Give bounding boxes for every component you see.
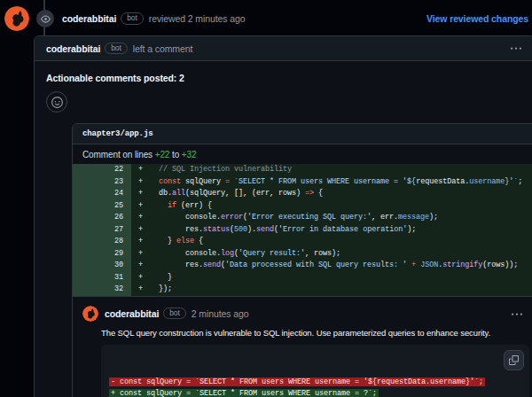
diff-row: 22+ // SQL Injection vulnerability [73,164,532,176]
kebab-icon [511,43,521,54]
smiley-icon [51,97,63,108]
diff-row: 26+ console.error('Error executing SQL q… [73,212,532,224]
diff-row: 29+ console.log('Query result:', rows); [73,248,532,261]
thread-author[interactable]: coderabbitai [105,308,159,319]
copy-code-button[interactable] [504,350,524,370]
line-number[interactable]: 28 [73,236,131,248]
diff-row: 32+ }); [73,284,532,296]
diff-row: 24+ db.all(sqlQuery, [], (err, rows) => … [73,188,532,200]
line-number[interactable]: 23 [73,176,131,189]
review-timeline-row: coderabbitai bot reviewed 2 minutes ago … [4,6,528,31]
thread-options-button[interactable] [510,307,524,322]
diff-row: 30+ res.send('Data processed with SQL qu… [73,260,532,272]
line-number[interactable]: 24 [73,188,131,200]
comment-card-header: coderabbitai bot left a comment [35,36,532,61]
line-number[interactable]: 26 [73,212,131,224]
code-line: + // SQL Injection vulnerability [131,164,532,176]
comment-author[interactable]: coderabbitai [46,43,100,54]
code-line: + res.status(500).send('Error in databas… [131,224,532,237]
comment-action: left a comment [133,43,192,54]
code-line: + } [131,272,532,284]
code-line: + }); [131,284,532,296]
file-path[interactable]: chapter3/app.js [73,124,532,144]
bot-badge: bot [163,307,186,320]
thread-timestamp: 2 minutes ago [192,308,249,319]
comment-range-label: Comment on lines +22 to +32 [73,144,532,164]
suggestion-lines: - const sqlQuery = `SELECT * FROM users … [109,377,521,397]
review-author[interactable]: coderabbitai [62,13,116,24]
review-action: reviewed 2 minutes ago [149,13,246,24]
code-line: + const sqlQuery = `SELECT * FROM users … [131,176,532,189]
diff-row: 25+ if (err) { [73,200,532,213]
line-number[interactable]: 30 [73,260,131,272]
code-line: + } else { [131,236,532,248]
kebab-icon [512,309,522,320]
inline-review-thread: coderabbitai bot 2 minutes ago The SQL q… [73,296,532,397]
suggestion-line: + const sqlQuery = `SELECT * FROM users … [109,388,521,397]
suggestion-line: - const sqlQuery = `SELECT * FROM users … [109,377,521,389]
code-line: + res.send('Data processed with SQL quer… [131,260,532,272]
range-end: +32 [182,150,197,160]
line-number[interactable]: 27 [73,224,131,237]
review-comment-card: coderabbitai bot left a comment Actionab… [34,35,532,397]
diff-row: 27+ res.status(500).send('Error in datab… [73,224,532,237]
range-start: +22 [155,150,170,160]
bot-badge: bot [105,43,128,55]
line-number[interactable]: 29 [73,248,131,261]
coderabbit-avatar[interactable] [4,6,29,31]
comment-options-button[interactable] [509,42,523,56]
code-line: + db.all(sqlQuery, [], (err, rows) => { [131,188,532,200]
eye-icon [41,14,51,24]
line-number[interactable]: 31 [73,272,131,284]
coderabbit-avatar[interactable] [82,306,98,322]
file-diff-card: chapter3/app.js Comment on lines +22 to … [72,123,532,397]
bot-badge: bot [121,12,144,25]
code-line: + if (err) { [131,200,532,213]
line-number[interactable]: 25 [73,200,131,213]
line-number[interactable]: 32 [73,284,131,296]
copy-icon [509,355,519,365]
diff-row: 23+ const sqlQuery = `SELECT * FROM user… [73,176,532,189]
actionable-comments-summary: Actionable comments posted: 2 [46,73,523,83]
line-number[interactable]: 22 [73,164,131,176]
suggestion-code-block: - const sqlQuery = `SELECT * FROM users … [101,345,529,397]
code-line: + console.error('Error executing SQL que… [131,212,532,224]
view-reviewed-changes-link[interactable]: View reviewed changes [426,13,528,24]
code-line: + console.log('Query result:', rows); [131,248,532,261]
review-eye-badge [36,10,54,27]
review-comment-text: The SQL query construction is vulnerable… [101,328,526,338]
diff-row: 28+ } else { [73,236,532,248]
add-reaction-button[interactable] [46,91,67,113]
diff-table: 22+ // SQL Injection vulnerability23+ co… [73,164,532,296]
diff-row: 31+ } [73,272,532,284]
